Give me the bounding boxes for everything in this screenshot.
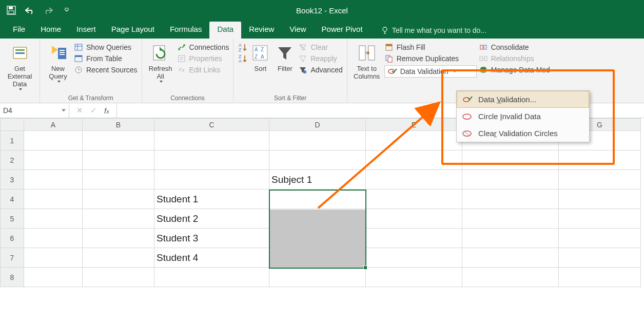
col-header-E[interactable]: E <box>366 119 462 131</box>
cell[interactable] <box>154 170 269 190</box>
cell[interactable] <box>366 131 462 150</box>
cell[interactable] <box>83 170 154 190</box>
cell[interactable] <box>462 229 559 248</box>
cell[interactable] <box>366 229 462 248</box>
text-to-columns-button[interactable]: Text to Columns <box>352 41 382 81</box>
cell[interactable] <box>462 209 559 229</box>
row-header-8[interactable]: 8 <box>1 268 24 287</box>
cell[interactable] <box>154 268 269 287</box>
cell[interactable] <box>83 248 154 268</box>
name-box[interactable]: D4 <box>0 103 69 118</box>
show-queries-button[interactable]: Show Queries <box>74 43 138 52</box>
cell[interactable] <box>366 248 462 268</box>
cell[interactable] <box>559 229 641 248</box>
consolidate-button[interactable]: Consolidate <box>479 43 551 52</box>
tab-view[interactable]: View <box>282 22 314 39</box>
sort-button[interactable]: AZZA Sort <box>249 41 271 73</box>
cell[interactable] <box>559 268 641 287</box>
cell-C4[interactable]: Student 1 <box>154 190 269 209</box>
cell[interactable] <box>462 248 559 268</box>
cell[interactable] <box>462 190 559 209</box>
row-header-5[interactable]: 5 <box>1 209 24 229</box>
cell-D5[interactable] <box>269 209 366 229</box>
cell-D7[interactable] <box>269 248 366 268</box>
cell[interactable] <box>269 150 366 170</box>
col-header-C[interactable]: C <box>154 119 269 131</box>
select-all-corner[interactable] <box>1 119 24 131</box>
qat-customize-icon[interactable] <box>60 3 74 17</box>
col-header-A[interactable]: A <box>24 119 83 131</box>
cell[interactable] <box>83 131 154 150</box>
save-icon[interactable] <box>4 3 18 17</box>
redo-icon[interactable] <box>41 3 55 17</box>
cell[interactable] <box>154 131 269 150</box>
new-query-button[interactable]: New Query <box>44 41 72 83</box>
cell[interactable] <box>24 150 83 170</box>
cell[interactable] <box>83 209 154 229</box>
cell[interactable] <box>366 190 462 209</box>
recent-sources-button[interactable]: Recent Sources <box>74 65 138 74</box>
cell-C6[interactable]: Student 3 <box>154 229 269 248</box>
tab-review[interactable]: Review <box>241 22 282 39</box>
get-external-data-button[interactable]: Get External Data <box>4 41 35 90</box>
remove-duplicates-button[interactable]: Remove Duplicates <box>384 54 477 63</box>
cell-C5[interactable]: Student 2 <box>154 209 269 229</box>
cell-D3[interactable]: Subject 1 <box>269 170 366 190</box>
menu-clear-circles[interactable]: Clear Validation Circles <box>457 125 589 142</box>
tab-formulas[interactable]: Formulas <box>162 22 210 39</box>
col-header-B[interactable]: B <box>83 119 154 131</box>
cell-D6[interactable] <box>269 229 366 248</box>
cell[interactable] <box>83 229 154 248</box>
menu-circle-invalid[interactable]: Circle Invalid Data <box>457 108 589 125</box>
tab-file[interactable]: File <box>5 22 33 39</box>
cell[interactable] <box>83 268 154 287</box>
refresh-all-button[interactable]: Refresh All <box>146 41 175 83</box>
tab-page-layout[interactable]: Page Layout <box>104 22 162 39</box>
cell[interactable] <box>462 150 559 170</box>
data-validation-button[interactable]: Data Validation <box>384 65 477 78</box>
manage-data-model-button[interactable]: Manage Data Mod <box>479 65 551 74</box>
col-header-D[interactable]: D <box>269 119 366 131</box>
sort-desc-button[interactable]: ZA <box>238 54 247 63</box>
cell[interactable] <box>559 209 641 229</box>
advanced-filter-button[interactable]: Advanced <box>298 65 342 74</box>
cell[interactable] <box>83 150 154 170</box>
sort-asc-button[interactable]: AZ <box>238 43 247 52</box>
row-header-6[interactable]: 6 <box>1 229 24 248</box>
cell[interactable] <box>462 170 559 190</box>
tab-data[interactable]: Data <box>209 22 241 39</box>
row-header-3[interactable]: 3 <box>1 170 24 190</box>
cell[interactable] <box>462 268 559 287</box>
cell[interactable] <box>154 150 269 170</box>
flash-fill-button[interactable]: Flash Fill <box>384 43 477 52</box>
cell[interactable] <box>559 248 641 268</box>
from-table-button[interactable]: From Table <box>74 54 138 63</box>
fx-icon[interactable]: fx <box>104 106 109 115</box>
cell[interactable] <box>83 190 154 209</box>
cell[interactable] <box>366 268 462 287</box>
cell[interactable] <box>366 209 462 229</box>
cell[interactable] <box>269 131 366 150</box>
connections-button[interactable]: Connections <box>177 43 229 52</box>
filter-button[interactable]: Filter <box>274 41 296 73</box>
cell[interactable] <box>24 209 83 229</box>
cell[interactable] <box>24 131 83 150</box>
menu-data-validation[interactable]: Data Validation... <box>457 91 589 108</box>
tab-insert[interactable]: Insert <box>69 22 104 39</box>
cell-D4[interactable] <box>269 190 366 209</box>
row-header-1[interactable]: 1 <box>1 131 24 150</box>
cell[interactable] <box>24 170 83 190</box>
tab-home[interactable]: Home <box>33 22 69 39</box>
cell[interactable] <box>559 190 641 209</box>
row-header-2[interactable]: 2 <box>1 150 24 170</box>
cell[interactable] <box>366 150 462 170</box>
cell[interactable] <box>24 268 83 287</box>
undo-icon[interactable] <box>23 3 37 17</box>
cell[interactable] <box>366 170 462 190</box>
cell[interactable] <box>24 248 83 268</box>
cell[interactable] <box>24 229 83 248</box>
cell[interactable] <box>559 170 641 190</box>
tell-me-search[interactable]: Tell me what you want to do... <box>381 26 486 39</box>
cell[interactable] <box>24 190 83 209</box>
row-header-4[interactable]: 4 <box>1 190 24 209</box>
